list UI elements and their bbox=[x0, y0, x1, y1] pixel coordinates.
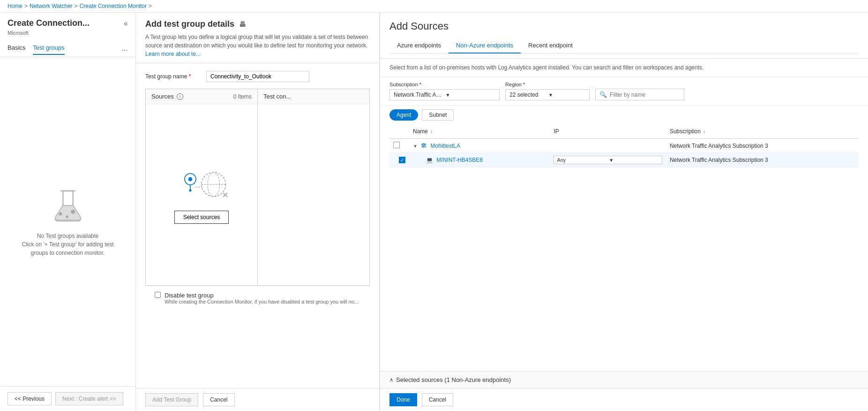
add-sources-footer: Done Cancel bbox=[380, 388, 868, 411]
disable-group-row: Disable test group While creating the Co… bbox=[145, 286, 370, 310]
region-dropdown-arrow: ▼ bbox=[548, 92, 585, 98]
right-cancel-button[interactable]: Cancel bbox=[422, 393, 453, 406]
learn-more-link[interactable]: Learn more about te... bbox=[145, 51, 201, 57]
row2-name[interactable]: MININT-HB4SBE8 bbox=[436, 157, 483, 163]
region-filter-label: Region * bbox=[505, 82, 590, 87]
sidebar-collapse-button[interactable]: « bbox=[124, 19, 128, 28]
sidebar-footer: << Previous Next : Create alert >> bbox=[0, 386, 135, 411]
row2-name-cell: 💻 MININT-HB4SBE8 bbox=[409, 153, 550, 167]
test-group-name-row: Test group name * bbox=[145, 71, 370, 82]
sources-count: 0 Items bbox=[233, 93, 252, 100]
region-dropdown[interactable]: 22 selected ▼ bbox=[505, 89, 590, 100]
breadcrumb-create-connection-monitor[interactable]: Create Connection Monitor bbox=[80, 3, 147, 9]
table-header-checkbox bbox=[389, 124, 409, 139]
workspace-icon: 🛠 bbox=[421, 142, 427, 149]
filter-search-box: 🔍 bbox=[595, 89, 684, 100]
sources-pane: Sources i 0 Items bbox=[146, 89, 258, 285]
row1-name-cell: ▼ 🛠 MohittestLA bbox=[409, 139, 550, 153]
toggle-row: Agent Subnet bbox=[380, 106, 868, 124]
row1-subscription-cell: Network Traffic Analytics Subscription 3 bbox=[666, 139, 859, 153]
flask-icon bbox=[49, 187, 87, 224]
table-header: Name ↕ IP Subscription ↕ bbox=[389, 124, 859, 139]
test-config-pane: Test con... bbox=[258, 89, 369, 285]
tab-non-azure-endpoints[interactable]: Non-Azure endpoints bbox=[449, 38, 521, 53]
table-header-name[interactable]: Name ↕ bbox=[409, 124, 550, 139]
subscription-dropdown[interactable]: Network Traffic Analytics Subscriptio...… bbox=[389, 89, 500, 100]
tab-recent-endpoint[interactable]: Recent endpoint bbox=[521, 38, 580, 53]
breadcrumb-home[interactable]: Home bbox=[7, 3, 22, 9]
sidebar-content: No Test groups availableClick on '+ Test… bbox=[0, 57, 135, 386]
region-filter-group: Region * 22 selected ▼ bbox=[505, 82, 590, 100]
middle-body: Test group name * Sources i 0 Items bbox=[136, 63, 379, 388]
middle-cancel-button[interactable]: Cancel bbox=[203, 393, 234, 406]
selected-bar-label: Selected sources (1 Non-Azure endpoints) bbox=[396, 376, 511, 383]
row1-ip-cell bbox=[550, 139, 666, 153]
add-sources-tab-bar: Azure endpoints Non-Azure endpoints Rece… bbox=[389, 38, 859, 53]
row1-checkbox-cell bbox=[389, 139, 409, 153]
middle-footer: Add Test Group Cancel bbox=[136, 388, 379, 411]
table-row: ▼ 🛠 MohittestLA Network Traffic Analytic… bbox=[389, 139, 859, 153]
middle-title-row: Add test group details 🖶 bbox=[145, 19, 370, 29]
add-sources-header: Add Sources Azure endpoints Non-Azure en… bbox=[380, 13, 868, 59]
select-sources-btn[interactable]: Select sources bbox=[174, 211, 229, 224]
disable-group-text: Disable test group While creating the Co… bbox=[165, 292, 359, 304]
ip-dropdown-arrow: ▼ bbox=[609, 158, 659, 163]
row2-ip-cell: Any ▼ bbox=[550, 153, 666, 167]
subnet-toggle[interactable]: Subnet bbox=[422, 109, 454, 121]
svg-point-6 bbox=[189, 189, 191, 191]
row1-expand-icon[interactable]: ▼ bbox=[413, 144, 418, 149]
endpoint-icon: 💻 bbox=[426, 157, 433, 163]
previous-button[interactable]: << Previous bbox=[7, 392, 52, 405]
sources-pane-header: Sources i 0 Items bbox=[146, 89, 257, 104]
next-button[interactable]: Next : Create alert >> bbox=[55, 392, 123, 405]
sidebar-item-test-groups[interactable]: Test groups bbox=[33, 41, 64, 55]
sidebar: Create Connection... « Microsoft Basics … bbox=[0, 13, 136, 411]
ip-dropdown[interactable]: Any ▼ bbox=[554, 156, 662, 164]
breadcrumb-network-watcher[interactable]: Network Watcher bbox=[30, 3, 73, 9]
table-header-ip: IP bbox=[550, 124, 666, 139]
agent-toggle[interactable]: Agent bbox=[389, 109, 418, 121]
subscription-dropdown-arrow: ▼ bbox=[446, 92, 496, 98]
test-config-header: Test con... bbox=[258, 89, 369, 104]
sidebar-nav: Basics Test groups ... bbox=[0, 39, 135, 57]
middle-description: A Test group lets you define a logical g… bbox=[145, 33, 370, 58]
test-group-name-label: Test group name * bbox=[145, 73, 202, 80]
svg-point-2 bbox=[71, 209, 75, 213]
print-icon[interactable]: 🖶 bbox=[239, 21, 246, 28]
table-header-subscription[interactable]: Subscription ↕ bbox=[666, 124, 859, 139]
subscription-filter-group: Subscription * Network Traffic Analytics… bbox=[389, 82, 500, 100]
row2-checkbox[interactable]: ✓ bbox=[399, 157, 405, 163]
right-table-container: Name ↕ IP Subscription ↕ bbox=[380, 124, 868, 371]
search-filter-group: 🔍 bbox=[595, 89, 684, 100]
table-row-child: ✓ 💻 MININT-HB4SBE8 Any ▼ Network bbox=[389, 153, 859, 167]
table-body: ▼ 🛠 MohittestLA Network Traffic Analytic… bbox=[389, 139, 859, 167]
selected-bar-header[interactable]: ∧ Selected sources (1 Non-Azure endpoint… bbox=[389, 376, 859, 383]
sidebar-empty-message: No Test groups availableClick on '+ Test… bbox=[22, 232, 113, 257]
sidebar-subtitle: Microsoft bbox=[0, 30, 135, 39]
search-icon: 🔍 bbox=[599, 91, 607, 98]
add-test-group-button[interactable]: Add Test Group bbox=[145, 393, 198, 406]
middle-title-text: Add test group details bbox=[145, 19, 234, 29]
filter-by-name-input[interactable] bbox=[610, 91, 680, 98]
sources-pane-title: Sources bbox=[151, 93, 174, 100]
middle-header: Add test group details 🖶 A Test group le… bbox=[136, 13, 379, 63]
add-sources-description: Select from a list of on-premises hosts … bbox=[380, 59, 868, 77]
sidebar-more-button[interactable]: ... bbox=[122, 44, 128, 53]
sources-pane-body: Done Select sources bbox=[146, 104, 257, 285]
row1-checkbox[interactable] bbox=[393, 142, 400, 148]
sidebar-item-basics[interactable]: Basics bbox=[7, 41, 25, 55]
breadcrumb: Home > Network Watcher > Create Connecti… bbox=[0, 0, 868, 13]
sidebar-header: Create Connection... « bbox=[0, 13, 135, 30]
svg-point-1 bbox=[66, 215, 68, 218]
selected-bar-chevron: ∧ bbox=[389, 377, 393, 383]
sources-info-icon[interactable]: i bbox=[177, 93, 183, 100]
svg-point-0 bbox=[59, 212, 62, 215]
done-button[interactable]: Done bbox=[389, 393, 417, 406]
tab-azure-endpoints[interactable]: Azure endpoints bbox=[389, 38, 449, 53]
disable-test-group-checkbox[interactable] bbox=[155, 292, 161, 298]
row1-name[interactable]: MohittestLA bbox=[431, 143, 460, 149]
test-group-name-input[interactable] bbox=[206, 71, 309, 82]
add-sources-title: Add Sources bbox=[389, 20, 859, 32]
test-config-body bbox=[258, 104, 369, 285]
test-config-title: Test con... bbox=[263, 93, 291, 100]
